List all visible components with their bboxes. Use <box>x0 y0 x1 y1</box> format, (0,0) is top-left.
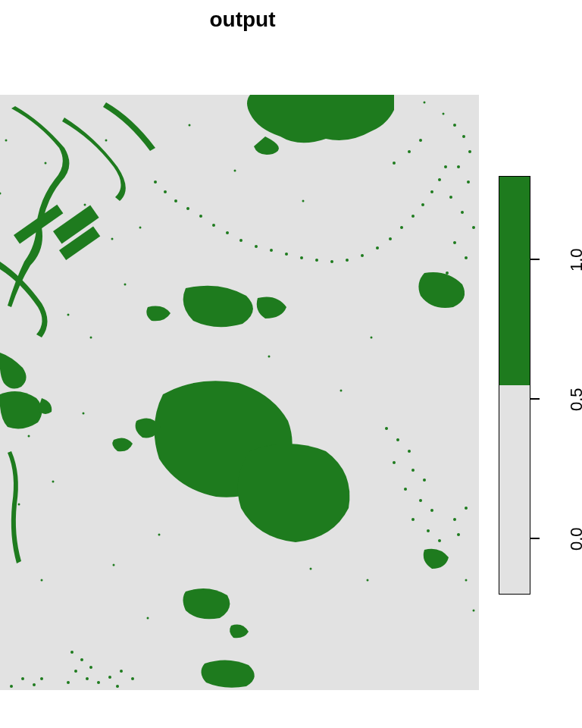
svg-point-33 <box>468 150 471 153</box>
legend-tick-label: 0.0 <box>567 527 582 551</box>
svg-point-41 <box>446 271 449 275</box>
svg-point-102 <box>18 504 20 506</box>
svg-point-62 <box>86 677 89 680</box>
svg-point-17 <box>330 260 333 263</box>
svg-point-8 <box>199 215 202 218</box>
svg-point-54 <box>438 539 441 542</box>
svg-point-91 <box>367 579 369 582</box>
legend-labels: 1.0 0.5 0.0 <box>546 176 576 595</box>
svg-point-61 <box>74 670 77 673</box>
svg-point-30 <box>419 139 422 142</box>
svg-point-52 <box>411 518 415 521</box>
svg-point-19 <box>361 254 364 257</box>
svg-point-60 <box>89 666 92 669</box>
svg-point-56 <box>465 507 468 510</box>
svg-point-27 <box>444 165 447 168</box>
svg-point-29 <box>408 150 411 153</box>
chart-title: output <box>0 8 485 32</box>
svg-point-5 <box>164 190 167 193</box>
svg-point-24 <box>421 203 424 206</box>
svg-point-25 <box>430 190 433 193</box>
svg-point-85 <box>158 534 161 536</box>
svg-point-49 <box>404 488 407 491</box>
svg-point-101 <box>28 435 30 438</box>
svg-point-28 <box>393 162 396 165</box>
svg-point-82 <box>52 481 55 483</box>
svg-point-67 <box>131 677 134 680</box>
svg-point-22 <box>400 226 403 229</box>
svg-point-18 <box>346 259 349 262</box>
svg-point-37 <box>461 211 464 214</box>
svg-point-32 <box>462 135 465 138</box>
svg-point-45 <box>408 450 411 453</box>
svg-point-12 <box>255 245 258 248</box>
svg-point-10 <box>226 231 229 234</box>
svg-point-4 <box>154 180 157 184</box>
svg-point-16 <box>315 259 318 262</box>
svg-point-59 <box>80 658 83 661</box>
svg-point-21 <box>389 237 392 240</box>
svg-point-78 <box>90 337 92 339</box>
svg-point-23 <box>411 215 415 218</box>
svg-point-44 <box>396 438 399 441</box>
svg-point-55 <box>453 518 456 521</box>
svg-point-7 <box>186 207 189 210</box>
svg-point-88 <box>473 610 475 612</box>
legend-tick <box>530 398 540 400</box>
svg-point-79 <box>67 314 70 316</box>
svg-point-46 <box>393 461 396 464</box>
svg-point-71 <box>10 685 13 688</box>
svg-point-73 <box>105 140 108 142</box>
svg-point-83 <box>340 390 343 392</box>
svg-point-11 <box>239 239 242 242</box>
legend-tick-label: 0.5 <box>567 388 582 411</box>
svg-point-87 <box>147 617 149 620</box>
svg-point-92 <box>268 356 271 358</box>
legend-tick-label: 1.0 <box>567 248 582 271</box>
svg-point-80 <box>371 337 373 339</box>
svg-point-36 <box>449 196 452 199</box>
legend-tick <box>530 538 540 539</box>
svg-point-90 <box>41 579 43 582</box>
svg-point-39 <box>453 241 456 244</box>
svg-point-20 <box>376 246 379 249</box>
svg-point-63 <box>97 681 100 684</box>
svg-point-58 <box>70 651 74 654</box>
svg-point-93 <box>45 162 47 165</box>
svg-point-100 <box>5 140 8 142</box>
svg-point-43 <box>385 427 388 430</box>
svg-point-72 <box>40 677 43 680</box>
svg-point-13 <box>270 249 273 252</box>
svg-point-65 <box>108 676 111 679</box>
svg-point-57 <box>457 533 460 536</box>
svg-point-40 <box>465 256 468 259</box>
legend-colorbar <box>499 176 530 595</box>
svg-point-84 <box>310 568 312 570</box>
svg-point-48 <box>423 479 426 482</box>
svg-point-35 <box>467 180 470 184</box>
svg-point-70 <box>33 683 36 686</box>
svg-point-38 <box>472 226 475 229</box>
svg-point-86 <box>113 564 115 566</box>
svg-point-77 <box>124 284 127 286</box>
svg-point-14 <box>285 253 288 256</box>
svg-point-95 <box>424 102 426 104</box>
svg-point-96 <box>139 227 142 229</box>
svg-point-89 <box>465 579 468 582</box>
svg-point-9 <box>212 224 215 227</box>
svg-point-50 <box>419 499 422 502</box>
svg-point-64 <box>67 681 70 684</box>
svg-point-69 <box>21 677 24 680</box>
legend-tick <box>530 259 540 260</box>
svg-point-26 <box>438 178 441 181</box>
svg-point-66 <box>120 670 123 673</box>
svg-point-75 <box>234 170 236 172</box>
svg-point-53 <box>427 529 430 532</box>
svg-point-68 <box>116 685 119 688</box>
svg-point-98 <box>111 238 114 240</box>
svg-point-81 <box>83 413 85 415</box>
svg-point-15 <box>300 256 303 259</box>
svg-point-31 <box>453 124 456 127</box>
svg-point-34 <box>457 165 460 168</box>
svg-point-94 <box>443 113 445 115</box>
